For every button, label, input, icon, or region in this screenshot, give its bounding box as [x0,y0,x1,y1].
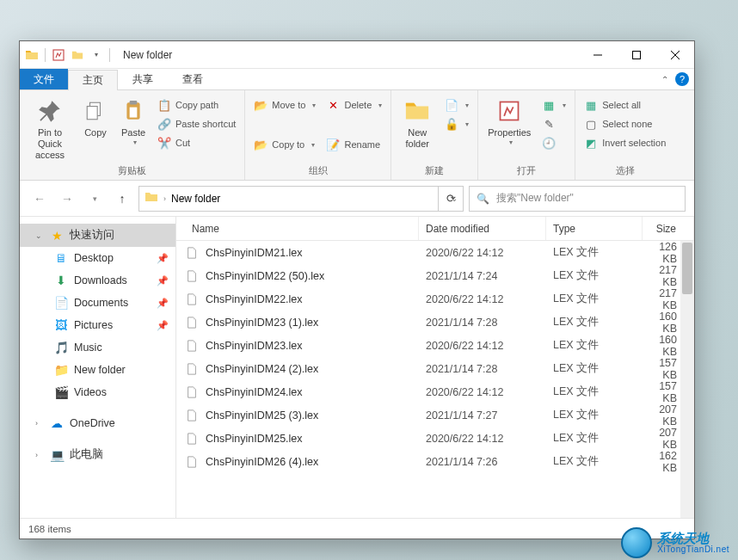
select-none-button[interactable]: ▢Select none [581,114,669,133]
address-bar[interactable]: › New folder ⌄ ⟳ [138,186,464,212]
file-row[interactable]: ChsPinyinIDM21.lex2020/6/22 14:12LEX 文件1… [176,241,694,264]
new-folder-button[interactable]: New folder [397,94,438,150]
column-size[interactable]: Size [643,217,694,240]
column-name[interactable]: Name [185,217,419,240]
file-row[interactable]: ChsPinyinIDM24 (2).lex2021/1/14 7:28LEX … [176,357,694,380]
tab-file[interactable]: 文件 [20,69,68,89]
ribbon-collapse-icon[interactable]: ⌃ [661,75,668,84]
sidebar-item-pictures[interactable]: 🖼Pictures📌 [20,314,175,336]
file-name: ChsPinyinIDM26 (4).lex [206,456,419,468]
tab-view[interactable]: 查看 [168,69,218,89]
tab-share[interactable]: 共享 [118,69,168,89]
file-row[interactable]: ChsPinyinIDM25 (3).lex2021/1/14 7:27LEX … [176,403,694,427]
file-row[interactable]: ChsPinyinIDM24.lex2020/6/22 14:12LEX 文件1… [176,380,694,403]
open-button[interactable]: ▦▾ [538,95,569,114]
select-all-button[interactable]: ▦Select all [581,95,669,114]
file-date: 2021/1/14 7:27 [419,409,546,422]
refresh-button[interactable]: ⟳ [438,186,464,212]
file-row[interactable]: ChsPinyinIDM22 (50).lex2021/1/14 7:24LEX… [176,264,694,287]
breadcrumb[interactable]: New folder [171,193,220,205]
scrollbar[interactable] [680,241,694,518]
chevron-right-icon[interactable]: › [35,451,44,459]
nav-up-button[interactable]: ↑ [111,188,133,210]
close-button[interactable] [655,41,694,69]
nav-forward-button[interactable]: → [56,188,78,210]
shortcut-icon: 🔗 [157,117,171,131]
rename-button[interactable]: 📝Rename [323,135,385,154]
search-icon: 🔍 [477,193,489,205]
tab-home[interactable]: 主页 [68,70,118,90]
sidebar-item-downloads[interactable]: ⬇Downloads📌 [20,269,175,292]
file-name: ChsPinyinIDM23 (1).lex [206,317,419,329]
easyaccess-icon: 🔓 [445,117,458,131]
watermark: 系统天地 XiTongTianDi.net [621,527,729,558]
sidebar-item-quick-access[interactable]: ⌄★快速访问 [20,224,175,247]
paste-shortcut-button[interactable]: 🔗Paste shortcut [154,114,239,133]
file-row[interactable]: ChsPinyinIDM22.lex2020/6/22 14:12LEX 文件2… [176,287,694,311]
properties-icon[interactable] [50,46,67,64]
move-to-button[interactable]: 📂Move to▾ [250,95,319,114]
sidebar-item-videos[interactable]: 🎬Videos [20,381,175,403]
scrollbar-thumb[interactable] [682,243,692,294]
folder-small-icon[interactable] [69,46,86,64]
sidebar-item-onedrive[interactable]: ›☁OneDrive [20,412,175,434]
history-button[interactable]: 🕘 [538,133,569,152]
nav-back-button[interactable]: ← [28,188,51,210]
moveto-icon: 📂 [254,98,268,112]
file-row[interactable]: ChsPinyinIDM26 (4).lex2021/1/14 7:26LEX … [176,450,694,473]
invert-selection-button[interactable]: ◩Invert selection [581,133,669,152]
sidebar-item-documents[interactable]: 📄Documents📌 [20,292,175,314]
maximize-button[interactable] [617,41,655,69]
nav-pane[interactable]: ⌄★快速访问 🖥Desktop📌 ⬇Downloads📌 📄Documents📌… [20,217,176,518]
sidebar-item-desktop[interactable]: 🖥Desktop📌 [20,247,175,269]
file-type: LEX 文件 [546,315,643,329]
downloads-icon: ⬇ [54,274,68,287]
star-icon: ★ [50,229,64,243]
ribbon-group-open: Properties ▾ ▦▾ ✎ 🕘 打开 [478,90,575,180]
chevron-down-icon[interactable]: ⌄ [35,231,44,240]
edit-button[interactable]: ✎ [538,114,569,133]
chevron-right-icon[interactable]: › [163,194,166,203]
sidebar-item-music[interactable]: 🎵Music [20,336,175,359]
properties-button[interactable]: Properties ▾ [483,94,535,147]
pin-icon [36,97,64,125]
file-row[interactable]: ChsPinyinIDM23 (1).lex2021/1/14 7:28LEX … [176,311,694,334]
file-rows[interactable]: ChsPinyinIDM21.lex2020/6/22 14:12LEX 文件1… [176,241,694,518]
paste-button[interactable]: Paste ▾ [116,94,151,147]
file-list-pane: Name Date modified Type Size ChsPinyinID… [176,217,694,518]
file-row[interactable]: ChsPinyinIDM25.lex2020/6/22 14:12LEX 文件2… [176,427,694,450]
nav-recent-button[interactable]: ▾ [83,188,106,210]
column-type[interactable]: Type [546,217,643,240]
music-icon: 🎵 [54,341,68,354]
copy-icon [82,97,109,125]
file-name: ChsPinyinIDM25.lex [206,433,419,445]
help-icon[interactable]: ? [675,72,689,86]
file-date: 2021/1/14 7:28 [419,317,546,329]
qat-dropdown-icon[interactable]: ▾ [88,46,105,64]
ribbon: Pin to Quick access Copy Paste ▾ 📋Copy p… [20,90,694,181]
file-icon [185,246,199,260]
cut-button[interactable]: ✂️Cut [154,133,239,152]
file-date: 2021/1/14 7:24 [419,270,546,282]
explorer-window: ▾ New folder 文件 主页 共享 查看 ⌃ ? Pin to Quic… [19,40,695,539]
copy-button[interactable]: Copy [78,94,113,138]
copy-path-button[interactable]: 📋Copy path [154,95,239,114]
sidebar-item-this-pc[interactable]: ›💻此电脑 [20,443,175,466]
pin-icon: 📌 [157,298,169,309]
chevron-right-icon[interactable]: › [35,419,44,428]
search-input[interactable]: 🔍 搜索"New folder" [469,186,686,212]
easy-access-button[interactable]: 🔓▾ [441,114,472,133]
ribbon-group-clipboard: Pin to Quick access Copy Paste ▾ 📋Copy p… [20,90,245,180]
new-item-button[interactable]: 📄▾ [441,95,472,114]
status-bar: 168 items [20,518,694,538]
file-row[interactable]: ChsPinyinIDM23.lex2020/6/22 14:12LEX 文件1… [176,334,694,357]
pin-quick-access-button[interactable]: Pin to Quick access [25,94,75,162]
delete-button[interactable]: ✕Delete▾ [323,95,385,114]
copy-to-button[interactable]: 📂Copy to▾ [250,135,319,154]
column-date[interactable]: Date modified [419,217,546,240]
minimize-button[interactable] [578,41,617,69]
file-name: ChsPinyinIDM24.lex [206,386,419,398]
sidebar-item-new-folder[interactable]: 📁New folder [20,359,175,381]
file-name: ChsPinyinIDM24 (2).lex [206,363,419,375]
file-icon [185,455,199,469]
